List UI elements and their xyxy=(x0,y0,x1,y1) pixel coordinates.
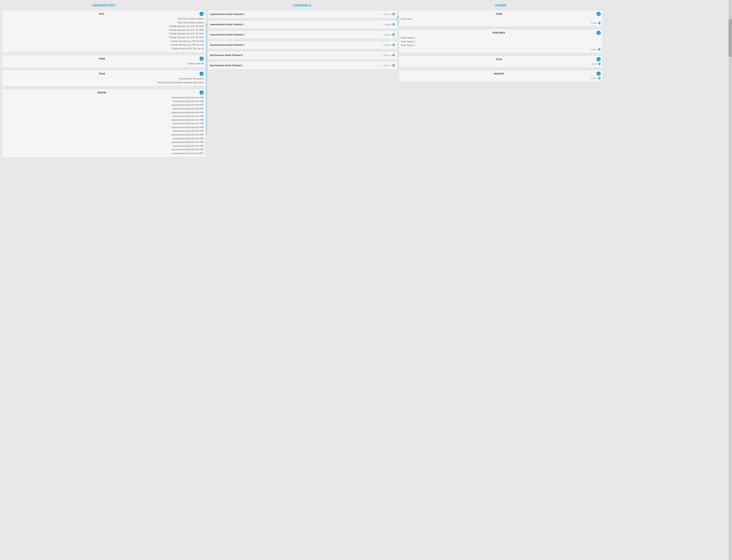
channel-tag-async3: Channels xyxy=(383,44,391,46)
channel-card-async1[interactable]: Asynchronous Event Channel 1 Channels xyxy=(208,20,397,29)
gen-card-header-portb: PORTB ▲ xyxy=(4,90,204,95)
gen-card-header-rtc: RTC ▲ xyxy=(4,12,204,16)
channel-card-async2[interactable]: Asynchronous Event Channel 2 Channels xyxy=(208,31,397,39)
list-item[interactable]: Event Output 2 xyxy=(401,43,601,47)
list-item[interactable]: Periodic Interrupt CLK_RTC div 512 xyxy=(4,39,204,43)
chevron-up-icon[interactable]: ▲ xyxy=(597,12,601,16)
list-item[interactable]: Periodic Interrupt CLK_RTC div 1024 xyxy=(4,36,204,39)
generators-header: GENERATORS xyxy=(2,4,206,7)
actions-label-tca0: Actions xyxy=(591,63,598,65)
gen-card-items-tcb0: Timer/Counter B0 xyxy=(4,62,204,66)
scrollbar[interactable] xyxy=(729,0,732,560)
channel-tag-async1: Channels xyxy=(383,24,391,26)
gear-icon-async2[interactable] xyxy=(392,33,395,36)
list-item[interactable]: Synchronous Event from Pin PB6 xyxy=(4,144,204,148)
gear-icon-sync1[interactable] xyxy=(392,64,395,67)
user-card-title-usart0: USART0 xyxy=(401,72,597,75)
user-card-footer-tcb0: Actions xyxy=(401,22,601,25)
user-card-header-tca0: TCA0 ▲ xyxy=(401,57,601,61)
user-card-title-portmux: PORTMUX xyxy=(401,31,597,34)
chevron-up-icon[interactable]: ▲ xyxy=(199,72,204,76)
channel-label-async1: Asynchronous Event Channel 1 xyxy=(210,23,244,26)
user-card-footer-tca0: Actions xyxy=(401,62,601,65)
list-item[interactable]: Event Output 0 xyxy=(401,36,601,40)
list-item[interactable]: Periodic Interrupt CLK_RTC div 4096 xyxy=(4,28,204,32)
list-item[interactable]: Asynchronous Event from Pin PB1 xyxy=(4,103,204,107)
gear-icon-actions-usart0[interactable] xyxy=(598,77,601,80)
list-item[interactable]: Real Time Counter overflow xyxy=(4,17,204,21)
channel-label-sync1: Synchronous Event Channel 1 xyxy=(210,64,242,67)
chevron-up-icon[interactable]: ▲ xyxy=(199,90,204,95)
list-item[interactable]: Synchronous Event from Pin PB3 xyxy=(4,122,204,126)
list-item[interactable]: Timer/Counter A0 underflow high byte (sp… xyxy=(4,81,204,85)
channel-right-sync0: Channels xyxy=(383,54,395,57)
gear-icon-sync0[interactable] xyxy=(392,54,395,57)
chevron-up-icon[interactable]: ▲ xyxy=(597,57,601,61)
chevron-up-icon[interactable]: ▲ xyxy=(597,72,601,76)
generators-column: GENERATORS RTC ▲ Real Time Counter overf… xyxy=(2,4,206,558)
list-item[interactable]: Timer/Counter B0 xyxy=(4,62,204,66)
user-card-items-portmux: Event Output 0Event Output 1Event Output… xyxy=(401,36,601,47)
channels-column: CHANNELS Asynchronous Event Channel 0 Ch… xyxy=(208,4,397,558)
gear-icon-async0[interactable] xyxy=(392,13,395,16)
channel-card-async3[interactable]: Asynchronous Event Channel 3 Channels xyxy=(208,41,397,49)
gear-icon-actions-tcb0[interactable] xyxy=(598,22,601,25)
list-item[interactable]: Periodic Interrupt CLK_RTC div 8192 xyxy=(4,24,204,28)
channels-header: CHANNELS xyxy=(208,4,397,7)
list-item[interactable]: Synchronous Event from Pin PB2 xyxy=(4,114,204,118)
list-item[interactable]: Asynchronous Event from Pin PB4 xyxy=(4,126,204,129)
gear-icon-async1[interactable] xyxy=(392,23,395,26)
list-item[interactable]: Periodic Interrupt CLK_RTC div 2048 xyxy=(4,32,204,36)
chevron-up-icon[interactable]: ▲ xyxy=(597,31,601,35)
actions-label-tcb0: Actions xyxy=(591,22,598,24)
channel-label-async2: Asynchronous Event Channel 2 xyxy=(210,33,244,36)
channel-card-async0[interactable]: Asynchronous Event Channel 0 Channels xyxy=(208,10,397,18)
gear-icon-actions-portmux[interactable] xyxy=(598,48,601,51)
actions-label-portmux: Actions xyxy=(591,49,598,51)
gen-card-title-rtc: RTC xyxy=(4,13,199,15)
users-column: USERS TCB0 ▲ Event Input Actions PORTMUX… xyxy=(399,4,603,558)
list-item[interactable]: Event Input xyxy=(401,17,601,21)
user-card-header-usart0: USART0 ▲ xyxy=(401,72,601,76)
gen-card-header-tcb0: TCB0 ▲ xyxy=(4,57,204,61)
generators-cards: RTC ▲ Real Time Counter overflowReal Tim… xyxy=(2,10,206,160)
list-item[interactable]: Asynchronous Event from Pin PB2 xyxy=(4,111,204,115)
channel-label-async0: Asynchronous Event Channel 0 xyxy=(210,13,244,16)
chevron-up-icon[interactable]: ▲ xyxy=(199,12,204,16)
list-item[interactable]: Timer/Counter A0 overflow xyxy=(4,77,204,81)
list-item[interactable]: Event Output 1 xyxy=(401,40,601,44)
list-item[interactable]: Synchronous Event from Pin PB4 xyxy=(4,129,204,133)
channel-tag-sync0: Channels xyxy=(383,54,391,56)
list-item[interactable]: Periodic Interrupt CLK_RTC div 64 xyxy=(4,47,204,51)
channel-right-async2: Channels xyxy=(383,33,395,36)
list-item[interactable]: Synchronous Event from Pin PB1 xyxy=(4,107,204,111)
list-item[interactable]: Asynchronous Event from Pin PB6 xyxy=(4,140,204,144)
chevron-up-icon[interactable]: ▲ xyxy=(199,57,204,61)
svg-marker-1 xyxy=(398,16,399,18)
list-item[interactable]: Asynchronous Event from Pin PB0 xyxy=(4,96,204,100)
list-item[interactable]: Synchronous Event from Pin PB5 xyxy=(4,137,204,141)
list-item[interactable]: Real Time Counter compare xyxy=(4,21,204,25)
gear-icon-actions-tca0[interactable] xyxy=(598,62,601,65)
gen-card-rtc: RTC ▲ Real Time Counter overflowReal Tim… xyxy=(2,10,206,53)
gen-card-items-portb: Asynchronous Event from Pin PB0Synchrono… xyxy=(4,96,204,155)
svg-marker-0 xyxy=(206,24,208,25)
user-card-footer-portmux: Actions xyxy=(401,48,601,51)
list-item[interactable]: Asynchronous Event from Pin PB3 xyxy=(4,118,204,122)
channel-right-async3: Channels xyxy=(383,43,395,46)
user-card-footer-usart0: Actions xyxy=(401,77,601,80)
list-item[interactable]: Periodic Interrupt CLK_RTC div 256 xyxy=(4,43,204,47)
channel-right-async1: Channels xyxy=(383,23,395,26)
list-item[interactable]: Synchronous Event from Pin PB0 xyxy=(4,100,204,103)
scrollbar-thumb[interactable] xyxy=(729,19,732,57)
list-item[interactable]: Asynchronous Event from Pin PB7 xyxy=(4,148,204,152)
list-item[interactable]: Synchronous Event from Pin PB7 xyxy=(4,152,204,155)
list-item[interactable]: Asynchronous Event from Pin PB5 xyxy=(4,133,204,137)
channel-card-sync0[interactable]: Synchronous Event Channel 0 Channels xyxy=(208,51,397,59)
user-card-title-tca0: TCA0 xyxy=(401,58,597,61)
actions-label-usart0: Actions xyxy=(591,77,598,79)
gear-icon-async3[interactable] xyxy=(392,43,395,46)
channel-card-sync1[interactable]: Synchronous Event Channel 1 Channels xyxy=(208,61,397,70)
user-card-title-tcb0: TCB0 xyxy=(401,13,597,15)
gen-card-items-rtc: Real Time Counter overflowReal Time Coun… xyxy=(4,17,204,50)
